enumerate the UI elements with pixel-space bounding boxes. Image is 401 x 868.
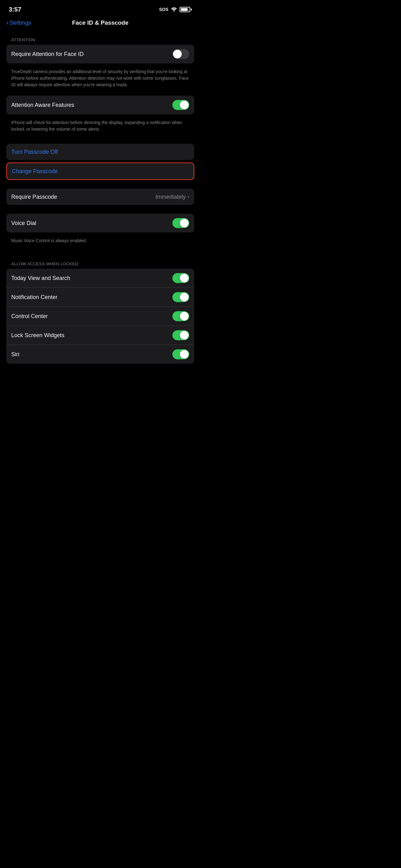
control-center-row: Control Center	[6, 307, 194, 326]
voice-dial-row: Voice Dial	[6, 214, 194, 232]
turn-passcode-off-card: Turn Passcode Off	[6, 144, 194, 160]
toggle-knob	[173, 50, 182, 58]
require-attention-desc: TrueDepth camera provides an additional …	[6, 66, 194, 93]
siri-toggle[interactable]	[172, 349, 189, 359]
voice-dial-card: Voice Dial	[6, 214, 194, 232]
allow-access-section-label: ALLOW ACCESS WHEN LOCKED:	[6, 261, 194, 266]
toggle-knob-2	[180, 101, 189, 110]
battery-icon	[179, 7, 192, 12]
toggle-knob-7	[180, 331, 189, 340]
attention-aware-label: Attention Aware Features	[11, 102, 172, 108]
attention-section-label: ATTENTION	[6, 37, 194, 42]
require-passcode-value: Immediately	[156, 194, 186, 200]
require-passcode-label: Require Passcode	[11, 194, 156, 200]
status-right: SOS	[159, 7, 192, 12]
require-attention-card: Require Attention for Face ID	[6, 45, 194, 63]
change-passcode-row[interactable]: Change Passcode	[7, 163, 194, 179]
today-view-row: Today View and Search	[6, 269, 194, 287]
status-time: 3:57	[9, 6, 21, 13]
lock-screen-widgets-toggle[interactable]	[172, 330, 189, 340]
siri-row: Siri	[6, 345, 194, 364]
voice-dial-label: Voice Dial	[11, 220, 172, 226]
toggle-knob-5	[180, 293, 189, 302]
require-attention-toggle[interactable]	[172, 49, 189, 59]
toggle-knob-4	[180, 274, 189, 282]
back-button[interactable]: ‹ Settings	[6, 19, 31, 26]
locked-access-group: Today View and Search Notification Cente…	[6, 269, 194, 364]
wifi-icon	[171, 7, 177, 12]
notification-center-toggle[interactable]	[172, 292, 189, 302]
change-passcode-card: Change Passcode	[6, 162, 194, 180]
siri-label: Siri	[11, 351, 172, 358]
notification-center-label: Notification Center	[11, 294, 172, 301]
attention-aware-card: Attention Aware Features	[6, 96, 194, 114]
require-passcode-card: Require Passcode Immediately ›	[6, 189, 194, 205]
lock-screen-widgets-row: Lock Screen Widgets	[6, 326, 194, 345]
turn-passcode-off-row[interactable]: Turn Passcode Off	[6, 144, 194, 160]
content-area: ATTENTION Require Attention for Face ID …	[0, 37, 201, 364]
require-attention-row: Require Attention for Face ID	[6, 45, 194, 63]
attention-aware-desc: iPhone will check for attention before d…	[6, 117, 194, 137]
change-passcode-label: Change Passcode	[12, 168, 58, 175]
control-center-toggle[interactable]	[172, 311, 189, 321]
turn-passcode-off-label: Turn Passcode Off	[11, 149, 58, 155]
voice-dial-desc: Music Voice Control is always enabled.	[6, 235, 194, 249]
voice-dial-toggle[interactable]	[172, 218, 189, 228]
require-attention-label: Require Attention for Face ID	[11, 51, 172, 58]
today-view-toggle[interactable]	[172, 273, 189, 283]
svg-point-0	[173, 11, 174, 12]
control-center-label: Control Center	[11, 313, 172, 320]
nav-bar: ‹ Settings Face ID & Passcode	[0, 17, 201, 31]
today-view-label: Today View and Search	[11, 275, 172, 281]
toggle-knob-6	[180, 312, 189, 320]
lock-screen-widgets-label: Lock Screen Widgets	[11, 332, 172, 339]
toggle-knob-8	[180, 350, 189, 359]
attention-aware-row: Attention Aware Features	[6, 96, 194, 114]
sos-indicator: SOS	[159, 7, 168, 12]
back-chevron-icon: ‹	[6, 19, 8, 26]
toggle-knob-3	[180, 219, 189, 227]
attention-aware-toggle[interactable]	[172, 100, 189, 110]
status-bar: 3:57 SOS	[0, 0, 201, 17]
back-label: Settings	[10, 19, 31, 26]
chevron-right-icon: ›	[188, 194, 189, 200]
notification-center-row: Notification Center	[6, 287, 194, 307]
page-title: Face ID & Passcode	[72, 19, 129, 26]
require-passcode-row[interactable]: Require Passcode Immediately ›	[6, 189, 194, 205]
